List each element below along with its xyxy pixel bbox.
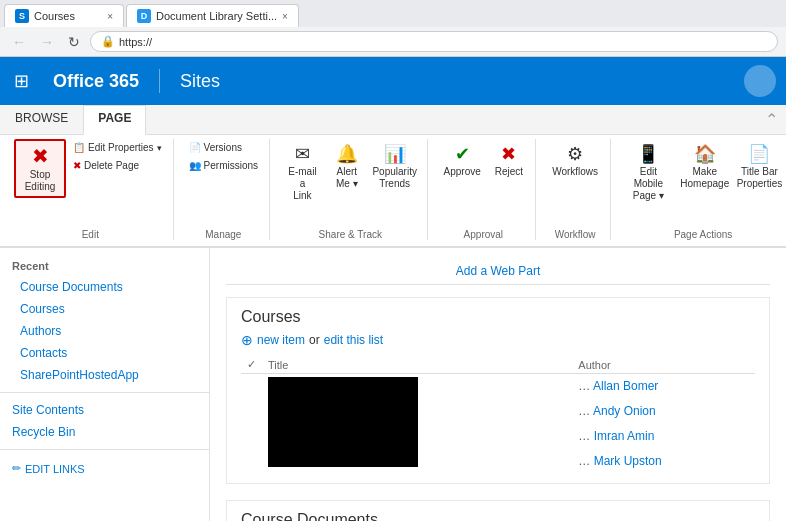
lock-icon: 🔒 [101, 35, 115, 48]
content-area: Add a Web Part Courses ⊕ new item or edi… [210, 248, 786, 521]
workflow-group-label: Workflow [555, 229, 596, 240]
user-avatar[interactable] [744, 65, 776, 97]
list-actions: ⊕ new item or edit this list [241, 332, 755, 348]
author-link-3[interactable]: Mark Upston [594, 454, 662, 468]
edit-links-button[interactable]: ✏ EDIT LINKS [0, 456, 209, 481]
versions-button[interactable]: 📄 Versions [184, 139, 263, 156]
check-col-header: ✓ [241, 356, 262, 374]
title-bar-icon: 📄 [748, 143, 770, 165]
sidebar-sep2 [0, 449, 209, 450]
stop-editing-button[interactable]: ✖ Stop Editing [14, 139, 66, 198]
approve-button[interactable]: ✔ Approve [438, 139, 487, 182]
title-bar-label: Title BarProperties [737, 166, 783, 190]
ribbon-approval-items: ✔ Approve ✖ Reject [438, 139, 530, 227]
back-button[interactable]: ← [8, 32, 30, 52]
tab-doclib[interactable]: D Document Library Setti... × [126, 4, 299, 27]
author-link-1[interactable]: Andy Onion [593, 404, 656, 418]
workflows-icon: ⚙ [567, 143, 583, 165]
ribbon-workflow-items: ⚙ Workflows [546, 139, 604, 227]
sidebar-item-courses[interactable]: Courses [0, 298, 209, 320]
edit-mobile-label: Edit MobilePage ▾ [627, 166, 670, 202]
sidebar: Recent Course Documents Courses Authors … [0, 248, 210, 521]
page-actions-group-label: Page Actions [674, 229, 732, 240]
forward-button[interactable]: → [36, 32, 58, 52]
ribbon: BROWSE PAGE ⌃ ✖ Stop Editing 📋 Edit Prop… [0, 105, 786, 248]
sidebar-item-contacts[interactable]: Contacts [0, 342, 209, 364]
share-group-label: Share & Track [319, 229, 382, 240]
popularity-icon: 📊 [384, 143, 406, 165]
sidebar-item-sharepoint-app[interactable]: SharePointHostedApp [0, 364, 209, 386]
sidebar-item-course-documents[interactable]: Course Documents [0, 276, 209, 298]
stop-editing-icon: ✖ [32, 144, 49, 168]
new-item-icon: ⊕ [241, 332, 253, 348]
tab-bar: S Courses × D Document Library Setti... … [0, 0, 786, 27]
edit-links-icon: ✏ [12, 462, 21, 475]
workflows-label: Workflows [552, 166, 598, 178]
row-menu-3[interactable]: … [578, 454, 590, 468]
title-bar-button[interactable]: 📄 Title BarProperties [734, 139, 785, 194]
sidebar-item-site-contents[interactable]: Site Contents [0, 399, 209, 421]
edit-mobile-button[interactable]: 📱 Edit MobilePage ▾ [621, 139, 676, 206]
check-icon: ✓ [247, 358, 256, 370]
edit-properties-dropdown[interactable]: ▾ [157, 143, 162, 153]
alert-me-label: AlertMe ▾ [336, 166, 358, 190]
ribbon-group-workflow: ⚙ Workflows Workflow [540, 139, 611, 240]
row-check-1 [241, 399, 262, 424]
tab-close-courses[interactable]: × [107, 11, 113, 22]
author-col-header: Author [572, 356, 755, 374]
ribbon-tabs: BROWSE PAGE ⌃ [0, 105, 786, 135]
reject-button[interactable]: ✖ Reject [489, 139, 529, 182]
sidebar-item-authors[interactable]: Authors [0, 320, 209, 342]
row-menu-1[interactable]: … [578, 404, 590, 418]
url-text: https:// [119, 36, 152, 48]
table-row: … Allan Bomer [241, 374, 755, 399]
ribbon-group-share: ✉ E-mail aLink 🔔 AlertMe ▾ 📊 PopularityT… [274, 139, 427, 240]
add-webpart-button[interactable]: Add a Web Part [226, 258, 770, 285]
edit-properties-label: Edit Properties [88, 142, 154, 153]
approval-group-label: Approval [464, 229, 503, 240]
ribbon-collapse-btn[interactable]: ⌃ [757, 105, 786, 134]
make-homepage-button[interactable]: 🏠 MakeHomepage [678, 139, 732, 194]
courses-table-body: … Allan Bomer … Andy Onion [241, 374, 755, 474]
row-author-1: … Andy Onion [572, 399, 755, 424]
edit-list-link[interactable]: edit this list [324, 333, 383, 347]
tab-courses-icon: S [15, 9, 29, 23]
delete-page-button[interactable]: ✖ Delete Page [68, 157, 167, 174]
ribbon-share-items: ✉ E-mail aLink 🔔 AlertMe ▾ 📊 PopularityT… [280, 139, 420, 227]
email-link-icon: ✉ [295, 143, 310, 165]
url-bar[interactable]: 🔒 https:// [90, 31, 778, 52]
alert-me-button[interactable]: 🔔 AlertMe ▾ [327, 139, 367, 194]
new-item-link[interactable]: new item [257, 333, 305, 347]
tab-browse[interactable]: BROWSE [0, 105, 83, 134]
ribbon-edit-items: ✖ Stop Editing 📋 Edit Properties ▾ ✖ Del… [14, 139, 167, 227]
course-docs-webpart: Course Documents [226, 500, 770, 521]
row-menu-0[interactable]: … [578, 379, 590, 393]
sidebar-item-recycle-bin[interactable]: Recycle Bin [0, 421, 209, 443]
main-layout: Recent Course Documents Courses Authors … [0, 248, 786, 521]
approve-label: Approve [444, 166, 481, 178]
title-col-header: Title [262, 356, 572, 374]
delete-page-icon: ✖ [73, 160, 81, 171]
manage-col: 📄 Versions 👥 Permissions [184, 139, 263, 174]
row-author-2: … Imran Amin [572, 424, 755, 449]
email-link-button[interactable]: ✉ E-mail aLink [280, 139, 325, 206]
author-link-0[interactable]: Allan Bomer [593, 379, 658, 393]
ribbon-group-manage: 📄 Versions 👥 Permissions Manage [178, 139, 270, 240]
row-menu-2[interactable]: … [578, 429, 590, 443]
tab-page[interactable]: PAGE [83, 105, 146, 135]
author-link-2[interactable]: Imran Amin [594, 429, 655, 443]
list-actions-or: or [309, 333, 320, 347]
edit-properties-button[interactable]: 📋 Edit Properties ▾ [68, 139, 167, 156]
popularity-button[interactable]: 📊 PopularityTrends [369, 139, 421, 194]
ribbon-group-approval: ✔ Approve ✖ Reject Approval [432, 139, 537, 240]
ribbon-manage-items: 📄 Versions 👥 Permissions [184, 139, 263, 227]
tab-courses[interactable]: S Courses × [4, 4, 124, 27]
waffle-icon[interactable]: ⊞ [10, 66, 33, 96]
permissions-button[interactable]: 👥 Permissions [184, 157, 263, 174]
tab-close-doclib[interactable]: × [282, 11, 288, 22]
edit-properties-icon: 📋 [73, 142, 85, 153]
recent-label: Recent [0, 256, 209, 276]
refresh-button[interactable]: ↻ [64, 32, 84, 52]
workflows-button[interactable]: ⚙ Workflows [546, 139, 604, 182]
permissions-label: Permissions [204, 160, 258, 171]
